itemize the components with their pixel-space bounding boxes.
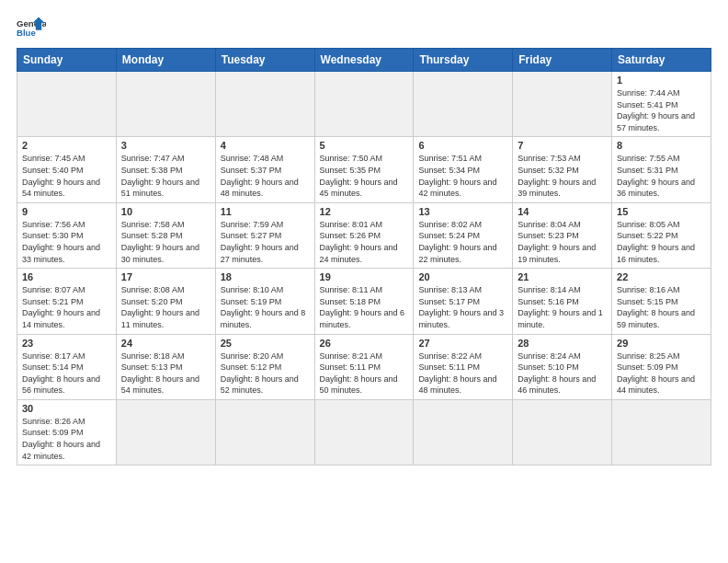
calendar-header-row: SundayMondayTuesdayWednesdayThursdayFrid… [17, 49, 711, 72]
day-number: 13 [418, 206, 507, 217]
day-info: Sunrise: 7:56 AM Sunset: 5:30 PM Dayligh… [22, 219, 111, 265]
day-info: Sunrise: 8:07 AM Sunset: 5:21 PM Dayligh… [22, 284, 111, 330]
day-number: 15 [617, 206, 706, 217]
day-info: Sunrise: 8:10 AM Sunset: 5:19 PM Dayligh… [221, 284, 310, 330]
calendar-day-cell: 4Sunrise: 7:48 AM Sunset: 5:37 PM Daylig… [215, 137, 314, 202]
day-info: Sunrise: 7:58 AM Sunset: 5:28 PM Dayligh… [121, 219, 210, 265]
calendar-day-cell: 14Sunrise: 8:04 AM Sunset: 5:23 PM Dayli… [513, 202, 612, 268]
day-number: 7 [518, 140, 607, 151]
day-info: Sunrise: 8:25 AM Sunset: 5:09 PM Dayligh… [617, 350, 706, 396]
day-number: 19 [320, 271, 409, 282]
calendar-day-cell: 7Sunrise: 7:53 AM Sunset: 5:32 PM Daylig… [513, 137, 612, 202]
day-info: Sunrise: 7:44 AM Sunset: 5:41 PM Dayligh… [617, 87, 706, 133]
day-number: 10 [121, 206, 210, 217]
calendar-week-row: 2Sunrise: 7:45 AM Sunset: 5:40 PM Daylig… [17, 137, 711, 202]
day-info: Sunrise: 7:45 AM Sunset: 5:40 PM Dayligh… [22, 153, 111, 199]
day-info: Sunrise: 8:18 AM Sunset: 5:13 PM Dayligh… [121, 350, 210, 396]
calendar-day-cell: 30Sunrise: 8:26 AM Sunset: 5:09 PM Dayli… [17, 399, 117, 465]
calendar-day-cell: 27Sunrise: 8:22 AM Sunset: 5:11 PM Dayli… [414, 334, 513, 399]
day-number: 24 [121, 338, 210, 349]
calendar-week-row: 30Sunrise: 8:26 AM Sunset: 5:09 PM Dayli… [17, 399, 711, 465]
calendar-day-cell: 6Sunrise: 7:51 AM Sunset: 5:34 PM Daylig… [414, 137, 513, 202]
calendar-day-header: Tuesday [215, 49, 314, 72]
calendar-day-cell: 19Sunrise: 8:11 AM Sunset: 5:18 PM Dayli… [314, 269, 414, 334]
calendar-day-cell [513, 399, 612, 465]
day-number: 20 [418, 271, 507, 282]
calendar-day-header: Monday [116, 49, 215, 72]
calendar-day-cell: 11Sunrise: 7:59 AM Sunset: 5:27 PM Dayli… [215, 202, 314, 268]
page-header: GeneralBlue [17, 17, 711, 42]
calendar-table: SundayMondayTuesdayWednesdayThursdayFrid… [17, 48, 711, 465]
calendar-day-cell: 5Sunrise: 7:50 AM Sunset: 5:35 PM Daylig… [314, 137, 414, 202]
day-info: Sunrise: 8:16 AM Sunset: 5:15 PM Dayligh… [617, 284, 706, 330]
day-info: Sunrise: 8:01 AM Sunset: 5:26 PM Dayligh… [320, 219, 409, 265]
calendar-day-cell: 18Sunrise: 8:10 AM Sunset: 5:19 PM Dayli… [215, 269, 314, 334]
day-number: 26 [320, 338, 409, 349]
calendar-day-cell: 24Sunrise: 8:18 AM Sunset: 5:13 PM Dayli… [116, 334, 215, 399]
calendar-day-cell: 26Sunrise: 8:21 AM Sunset: 5:11 PM Dayli… [314, 334, 414, 399]
calendar-day-cell: 3Sunrise: 7:47 AM Sunset: 5:38 PM Daylig… [116, 137, 215, 202]
day-number: 5 [320, 140, 409, 151]
calendar-day-cell: 15Sunrise: 8:05 AM Sunset: 5:22 PM Dayli… [612, 202, 711, 268]
calendar-day-cell [314, 72, 414, 137]
day-info: Sunrise: 8:24 AM Sunset: 5:10 PM Dayligh… [518, 350, 607, 396]
calendar-day-cell [612, 399, 711, 465]
calendar-day-cell: 1Sunrise: 7:44 AM Sunset: 5:41 PM Daylig… [612, 72, 711, 137]
day-info: Sunrise: 7:48 AM Sunset: 5:37 PM Dayligh… [221, 153, 310, 199]
day-info: Sunrise: 8:13 AM Sunset: 5:17 PM Dayligh… [418, 284, 507, 330]
calendar-day-cell [414, 399, 513, 465]
day-number: 27 [418, 338, 507, 349]
calendar-day-header: Friday [513, 49, 612, 72]
calendar-day-cell [314, 399, 414, 465]
day-info: Sunrise: 8:11 AM Sunset: 5:18 PM Dayligh… [320, 284, 409, 330]
calendar-day-cell: 17Sunrise: 8:08 AM Sunset: 5:20 PM Dayli… [116, 269, 215, 334]
calendar-day-cell: 25Sunrise: 8:20 AM Sunset: 5:12 PM Dayli… [215, 334, 314, 399]
day-number: 9 [22, 206, 111, 217]
day-info: Sunrise: 7:51 AM Sunset: 5:34 PM Dayligh… [418, 153, 507, 199]
calendar-week-row: 9Sunrise: 7:56 AM Sunset: 5:30 PM Daylig… [17, 202, 711, 268]
calendar-day-cell: 9Sunrise: 7:56 AM Sunset: 5:30 PM Daylig… [17, 202, 117, 268]
day-info: Sunrise: 8:14 AM Sunset: 5:16 PM Dayligh… [518, 284, 607, 330]
calendar-day-cell: 10Sunrise: 7:58 AM Sunset: 5:28 PM Dayli… [116, 202, 215, 268]
day-number: 30 [22, 403, 111, 414]
day-info: Sunrise: 7:50 AM Sunset: 5:35 PM Dayligh… [320, 153, 409, 199]
calendar-day-cell: 8Sunrise: 7:55 AM Sunset: 5:31 PM Daylig… [612, 137, 711, 202]
calendar-day-header: Saturday [612, 49, 711, 72]
day-info: Sunrise: 8:20 AM Sunset: 5:12 PM Dayligh… [221, 350, 310, 396]
calendar-day-header: Wednesday [314, 49, 414, 72]
svg-text:Blue: Blue [17, 28, 36, 38]
day-number: 25 [221, 338, 310, 349]
calendar-day-cell [116, 72, 215, 137]
day-number: 21 [518, 271, 607, 282]
day-number: 12 [320, 206, 409, 217]
calendar-day-cell: 28Sunrise: 8:24 AM Sunset: 5:10 PM Dayli… [513, 334, 612, 399]
calendar-day-cell: 29Sunrise: 8:25 AM Sunset: 5:09 PM Dayli… [612, 334, 711, 399]
calendar-week-row: 1Sunrise: 7:44 AM Sunset: 5:41 PM Daylig… [17, 72, 711, 137]
day-info: Sunrise: 8:21 AM Sunset: 5:11 PM Dayligh… [320, 350, 409, 396]
calendar-week-row: 16Sunrise: 8:07 AM Sunset: 5:21 PM Dayli… [17, 269, 711, 334]
calendar-day-cell: 2Sunrise: 7:45 AM Sunset: 5:40 PM Daylig… [17, 137, 117, 202]
day-info: Sunrise: 7:47 AM Sunset: 5:38 PM Dayligh… [121, 153, 210, 199]
day-info: Sunrise: 7:55 AM Sunset: 5:31 PM Dayligh… [617, 153, 706, 199]
day-number: 28 [518, 338, 607, 349]
day-number: 1 [617, 75, 706, 86]
calendar-day-cell [215, 72, 314, 137]
calendar-day-cell: 21Sunrise: 8:14 AM Sunset: 5:16 PM Dayli… [513, 269, 612, 334]
day-number: 23 [22, 338, 111, 349]
calendar-day-cell [215, 399, 314, 465]
calendar-day-cell [17, 72, 117, 137]
calendar-day-cell [513, 72, 612, 137]
calendar-day-cell: 13Sunrise: 8:02 AM Sunset: 5:24 PM Dayli… [414, 202, 513, 268]
day-info: Sunrise: 8:05 AM Sunset: 5:22 PM Dayligh… [617, 219, 706, 265]
calendar-day-header: Sunday [17, 49, 117, 72]
day-number: 18 [221, 271, 310, 282]
calendar-day-cell: 20Sunrise: 8:13 AM Sunset: 5:17 PM Dayli… [414, 269, 513, 334]
calendar-day-cell: 22Sunrise: 8:16 AM Sunset: 5:15 PM Dayli… [612, 269, 711, 334]
day-number: 3 [121, 140, 210, 151]
day-number: 6 [418, 140, 507, 151]
day-number: 17 [121, 271, 210, 282]
day-info: Sunrise: 8:26 AM Sunset: 5:09 PM Dayligh… [22, 416, 111, 462]
calendar-week-row: 23Sunrise: 8:17 AM Sunset: 5:14 PM Dayli… [17, 334, 711, 399]
calendar-day-cell: 16Sunrise: 8:07 AM Sunset: 5:21 PM Dayli… [17, 269, 117, 334]
calendar-day-cell [116, 399, 215, 465]
